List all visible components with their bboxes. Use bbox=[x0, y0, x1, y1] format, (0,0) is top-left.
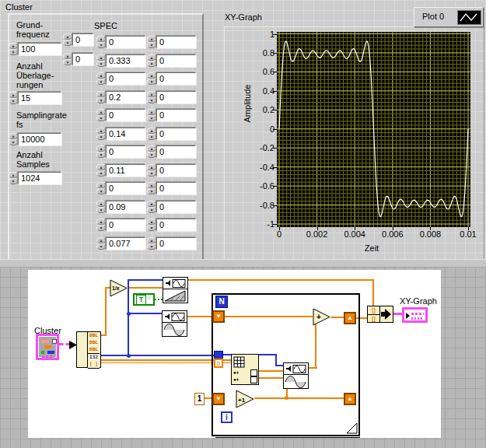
spec-cell-spinner-down[interactable]: ▼ bbox=[96, 243, 106, 250]
spec-cell-spinner-down[interactable]: ▼ bbox=[96, 225, 106, 231]
tunnel-array[interactable]: [] bbox=[214, 359, 223, 368]
spec-cell-spinner-up[interactable]: ▲ bbox=[147, 54, 156, 61]
spec-cell-spinner-down[interactable]: ▼ bbox=[147, 79, 156, 85]
sine-pattern-vi[interactable] bbox=[162, 310, 187, 337]
ramp-pattern-vi[interactable] bbox=[163, 277, 188, 303]
spec-cell[interactable]: 0 bbox=[106, 145, 145, 158]
numeric-control[interactable]: 1024 bbox=[18, 172, 61, 184]
spec-cell-spinner-down[interactable]: ▼ bbox=[147, 225, 156, 231]
spec-cell[interactable]: 0 bbox=[156, 201, 196, 213]
spec-cell-spinner[interactable]: ▲▼ bbox=[96, 201, 106, 213]
spec-cell-spinner[interactable]: ▲▼ bbox=[96, 36, 106, 48]
spec-cell[interactable]: 0.14 bbox=[106, 128, 145, 140]
spec-cell-spinner-down[interactable]: ▼ bbox=[96, 170, 106, 177]
spec-cell-spinner[interactable]: ▲▼ bbox=[147, 182, 156, 194]
plot-legend[interactable]: Plot 0 bbox=[414, 7, 484, 27]
spec-cell[interactable]: 0 bbox=[156, 145, 196, 158]
spec-index-field[interactable]: 0 bbox=[72, 53, 93, 65]
spec-cell-spinner-down[interactable]: ▼ bbox=[96, 152, 106, 158]
spec-cell-spinner-up[interactable]: ▲ bbox=[96, 145, 106, 152]
spec-cell-spinner-up[interactable]: ▲ bbox=[147, 72, 156, 79]
spec-cell-spinner-down[interactable]: ▼ bbox=[147, 42, 156, 48]
spec-cell-spinner[interactable]: ▲▼ bbox=[96, 164, 106, 177]
numeric-control[interactable]: 15 bbox=[18, 92, 61, 104]
bundle-node[interactable]: [] [] bbox=[367, 306, 393, 323]
spec-cell-spinner-up[interactable]: ▲ bbox=[147, 91, 156, 97]
spec-cell[interactable]: 0 bbox=[156, 164, 196, 177]
loop-count-terminal[interactable]: N bbox=[215, 296, 228, 308]
spec-cell[interactable]: 0.077 bbox=[106, 237, 145, 250]
spec-cell-spinner[interactable]: ▲▼ bbox=[147, 237, 156, 250]
spec-cell-spinner-down[interactable]: ▼ bbox=[147, 61, 156, 67]
numeric-control-spinner-up[interactable]: ▲ bbox=[9, 43, 18, 49]
numeric-control-spinner-down[interactable]: ▼ bbox=[9, 178, 18, 184]
spec-cell-spinner[interactable]: ▲▼ bbox=[147, 91, 156, 103]
spec-cell[interactable]: 0.11 bbox=[106, 164, 145, 177]
spec-cell-spinner[interactable]: ▲▼ bbox=[147, 164, 156, 177]
spec-cell-spinner-down[interactable]: ▼ bbox=[147, 115, 156, 121]
spec-cell-spinner-down[interactable]: ▼ bbox=[96, 79, 106, 85]
spec-cell[interactable]: 0.333 bbox=[106, 54, 145, 67]
spec-cell-spinner[interactable]: ▲▼ bbox=[147, 109, 156, 121]
spec-index-spinner-down[interactable]: ▼ bbox=[63, 59, 72, 65]
spec-index-spinner-up[interactable]: ▲ bbox=[63, 33, 72, 40]
spec-cell-spinner[interactable]: ▲▼ bbox=[147, 54, 156, 67]
spec-cell[interactable]: 0.09 bbox=[106, 201, 145, 213]
spec-cell-spinner[interactable]: ▲▼ bbox=[96, 91, 106, 103]
spec-cell[interactable]: 0.2 bbox=[106, 91, 145, 103]
numeric-control-spinner[interactable]: ▲▼ bbox=[9, 92, 18, 104]
sine-pattern-vi-inner[interactable] bbox=[283, 362, 309, 389]
spec-cell[interactable]: 0 bbox=[156, 72, 196, 85]
spec-cell[interactable]: 0 bbox=[156, 219, 196, 231]
spec-cell[interactable]: 0 bbox=[106, 219, 145, 231]
spec-cell-spinner-up[interactable]: ▲ bbox=[96, 237, 106, 243]
shift-register-left-top[interactable]: ▼ bbox=[212, 310, 225, 323]
spec-cell-spinner-up[interactable]: ▲ bbox=[147, 36, 156, 42]
spec-cell-spinner-up[interactable]: ▲ bbox=[96, 219, 106, 225]
spec-cell-spinner-down[interactable]: ▼ bbox=[147, 152, 156, 158]
spec-cell-spinner-down[interactable]: ▼ bbox=[96, 115, 106, 121]
spec-index-spinner-down[interactable]: ▼ bbox=[63, 40, 72, 46]
spec-cell-spinner[interactable]: ▲▼ bbox=[147, 219, 156, 231]
spec-cell-spinner-down[interactable]: ▼ bbox=[96, 188, 106, 194]
spec-cell-spinner-up[interactable]: ▲ bbox=[96, 182, 106, 188]
spec-cell-spinner-up[interactable]: ▲ bbox=[96, 36, 106, 42]
unbundle-node[interactable]: DBLDBLDBLI32[ ] bbox=[76, 331, 101, 368]
spec-index-spinner[interactable]: ▲▼ bbox=[63, 33, 72, 46]
spec-cell[interactable]: 0 bbox=[156, 109, 196, 121]
spec-cell-spinner-down[interactable]: ▼ bbox=[147, 207, 156, 213]
numeric-control-spinner-up[interactable]: ▲ bbox=[9, 172, 18, 178]
spec-cell-spinner-down[interactable]: ▼ bbox=[96, 207, 106, 213]
spec-cell-spinner[interactable]: ▲▼ bbox=[147, 201, 156, 213]
spec-cell-spinner-down[interactable]: ▼ bbox=[96, 97, 106, 103]
spec-index-field[interactable]: 0 bbox=[72, 33, 93, 46]
spec-cell-spinner[interactable]: ▲▼ bbox=[96, 219, 106, 231]
numeric-control-spinner-up[interactable]: ▲ bbox=[9, 92, 18, 98]
spec-cell[interactable]: 0 bbox=[156, 128, 196, 140]
spec-cell-spinner-up[interactable]: ▲ bbox=[147, 145, 156, 152]
spec-cell-spinner-down[interactable]: ▼ bbox=[96, 134, 106, 140]
spec-cell-spinner-down[interactable]: ▼ bbox=[96, 42, 106, 48]
spec-cell-spinner[interactable]: ▲▼ bbox=[96, 54, 106, 67]
spec-cell[interactable]: 0 bbox=[106, 72, 145, 85]
numeric-control-spinner-down[interactable]: ▼ bbox=[9, 139, 18, 145]
numeric-control-spinner-down[interactable]: ▼ bbox=[9, 49, 18, 55]
spec-cell[interactable]: 0 bbox=[156, 237, 196, 250]
spec-cell-spinner-up[interactable]: ▲ bbox=[96, 54, 106, 61]
numeric-control[interactable]: 100 bbox=[18, 43, 61, 55]
spec-cell-spinner[interactable]: ▲▼ bbox=[147, 128, 156, 140]
spec-cell[interactable]: 0 bbox=[156, 91, 196, 103]
add-node[interactable]: + bbox=[313, 308, 331, 326]
spec-cell-spinner-down[interactable]: ▼ bbox=[147, 134, 156, 140]
spec-cell[interactable]: 0 bbox=[106, 109, 145, 121]
cluster-control-terminal[interactable] bbox=[36, 334, 59, 360]
one-constant[interactable]: 1 bbox=[194, 393, 205, 405]
spec-index-spinner-up[interactable]: ▲ bbox=[63, 53, 72, 59]
numeric-control-spinner[interactable]: ▲▼ bbox=[9, 43, 18, 55]
shift-register-right-bottom[interactable]: ▲ bbox=[344, 393, 356, 405]
spec-cell[interactable]: 0 bbox=[156, 54, 196, 67]
spec-cell-spinner-up[interactable]: ▲ bbox=[147, 128, 156, 134]
spec-cell[interactable]: 0 bbox=[156, 36, 196, 48]
xy-graph-plot-area[interactable] bbox=[277, 32, 470, 227]
numeric-control-spinner-down[interactable]: ▼ bbox=[9, 98, 18, 104]
